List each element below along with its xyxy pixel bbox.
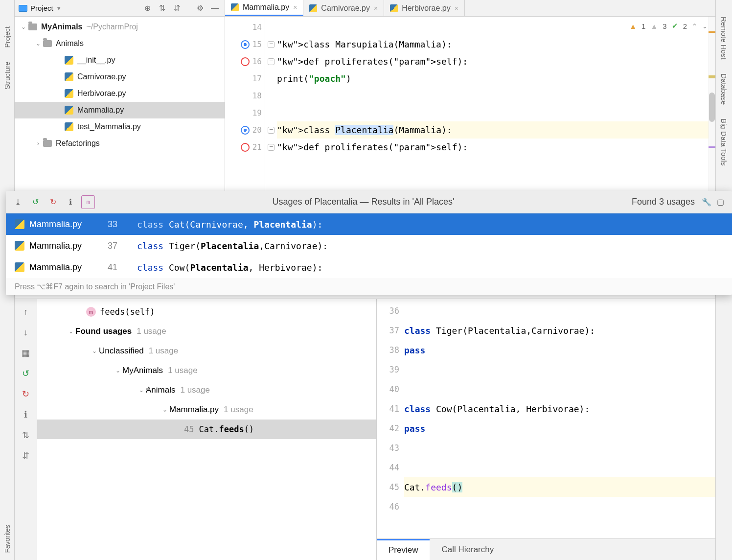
warning-icon[interactable]: ▲ xyxy=(629,22,637,30)
expand-all-icon[interactable]: ⇅ xyxy=(156,2,168,14)
fold-toggle[interactable] xyxy=(268,41,274,48)
tool-favorites[interactable]: Favorites xyxy=(3,525,11,553)
info-icon[interactable]: ℹ xyxy=(64,195,77,209)
override-indicator-icon[interactable] xyxy=(241,143,250,152)
prev-result-icon[interactable]: ↺ xyxy=(19,367,33,380)
tab-herbivorae[interactable]: Herbivorae.py × xyxy=(384,0,465,16)
chevron-right-icon[interactable]: › xyxy=(34,140,42,147)
chevron-down-icon[interactable]: ⌄ xyxy=(160,406,169,413)
chevron-down-icon[interactable]: ⌄ xyxy=(34,40,42,47)
code-line[interactable]: "kw">def proliferates("param">self): xyxy=(277,53,715,70)
minimize-icon[interactable]: — xyxy=(209,2,221,14)
tree-file-selected[interactable]: Mammalia.py xyxy=(15,102,225,118)
next-result-icon[interactable]: ↻ xyxy=(19,387,33,401)
editor-body[interactable]: 1415161718192021 "kw">class Marsupialia(… xyxy=(225,17,715,191)
tool-project[interactable]: Project xyxy=(3,26,11,48)
fold-toggle[interactable] xyxy=(268,58,274,65)
tree-leaf-selected[interactable]: 45 Cat.feeds() xyxy=(37,420,376,439)
method-filter-icon[interactable]: m xyxy=(81,195,95,209)
collapse-icon[interactable]: ⇵ xyxy=(19,449,33,463)
tab-carnivorae[interactable]: Carnivorae.py × xyxy=(303,0,384,16)
tree-heading[interactable]: ⌄ Found usages 1 usage xyxy=(37,322,376,341)
code-line[interactable] xyxy=(404,301,715,321)
arrow-down-icon[interactable]: ↓ xyxy=(19,326,33,339)
code-line[interactable] xyxy=(404,438,715,458)
close-icon[interactable]: × xyxy=(374,4,378,12)
inspection-badges[interactable]: ▲1 ▲3 ✔2 ⌃ ⌄ xyxy=(629,22,708,30)
close-icon[interactable]: × xyxy=(455,4,458,12)
tab-call-hierarchy[interactable]: Call Hierarchy xyxy=(430,539,505,560)
usage-row[interactable]: Mammalia.py 37 class Tiger(Placentalia,C… xyxy=(6,235,732,257)
nav-up-icon[interactable]: ⌃ xyxy=(692,23,697,30)
nav-down-icon[interactable]: ⌄ xyxy=(702,23,708,30)
usage-row[interactable]: Mammalia.py 41 class Cow(Placentalia, He… xyxy=(6,257,732,278)
tab-preview[interactable]: Preview xyxy=(377,539,430,560)
tree-node[interactable]: ⌄Animals1 usage xyxy=(37,380,376,400)
tool-remote-host[interactable]: Remote Host xyxy=(720,17,728,60)
expand-icon[interactable]: ⇅ xyxy=(19,428,33,442)
code-line[interactable]: "kw">class Placentalia(Mammalia): xyxy=(277,121,715,139)
prev-occurrence-icon[interactable]: ↺ xyxy=(28,195,42,209)
code-line[interactable]: Cat.feeds() xyxy=(404,477,715,497)
chevron-down-icon[interactable]: ▼ xyxy=(56,5,62,11)
arrow-up-icon[interactable]: ↑ xyxy=(19,305,33,319)
tree-file[interactable]: Carnivorae.py xyxy=(15,69,225,85)
code-line[interactable]: "kw">def proliferates("param">self): xyxy=(277,139,715,156)
locate-icon[interactable]: ⊕ xyxy=(141,2,153,14)
tool-big-data[interactable]: Big Data Tools xyxy=(720,118,728,165)
fold-toggle[interactable] xyxy=(268,144,274,151)
group-icon[interactable]: ▦ xyxy=(19,346,33,360)
chevron-down-icon[interactable]: ⌄ xyxy=(67,328,75,335)
tree-node[interactable]: ⌄Mammalia.py1 usage xyxy=(37,400,376,420)
weak-warning-icon[interactable]: ▲ xyxy=(650,22,658,30)
tree-folder-refactorings[interactable]: › Refactorings xyxy=(15,135,225,152)
override-indicator-icon[interactable] xyxy=(241,126,250,135)
code-line[interactable] xyxy=(277,104,715,121)
scrollbar-mark[interactable] xyxy=(709,75,715,78)
tool-structure[interactable]: Structure xyxy=(3,62,11,90)
code-line[interactable]: class Cow(Placentalia, Herbivorae): xyxy=(404,399,715,419)
scrollbar-thumb[interactable] xyxy=(709,93,715,122)
code-line[interactable]: pass xyxy=(404,340,715,360)
code-line[interactable]: "kw">class Marsupialia(Mammalia): xyxy=(277,36,715,53)
tree-file[interactable]: test_Mammalia.py xyxy=(15,118,225,135)
chevron-down-icon[interactable]: ⌄ xyxy=(20,23,27,30)
tree-method[interactable]: m feeds(self) xyxy=(37,302,376,322)
next-occurrence-icon[interactable]: ↻ xyxy=(46,195,60,209)
code-line[interactable]: pass xyxy=(404,419,715,438)
code-line[interactable] xyxy=(277,87,715,104)
tab-mammalia[interactable]: Mammalia.py × xyxy=(225,0,303,16)
tree-file[interactable]: __init__.py xyxy=(15,52,225,69)
code-column[interactable]: "kw">class Marsupialia(Mammalia): "kw">d… xyxy=(277,17,715,191)
ok-icon[interactable]: ✔ xyxy=(672,22,678,30)
code-line[interactable] xyxy=(404,360,715,379)
preview-code-column[interactable]: class Tiger(Placentalia,Carnivorae): pas… xyxy=(404,299,715,538)
gear-icon[interactable]: ⚙ xyxy=(194,2,206,14)
chevron-down-icon[interactable]: ⌄ xyxy=(137,387,146,394)
override-indicator-icon[interactable] xyxy=(241,40,250,49)
preview-code[interactable]: 3637383940414243444546 class Tiger(Place… xyxy=(377,299,715,538)
code-line[interactable] xyxy=(404,497,715,516)
override-indicator-icon[interactable] xyxy=(241,57,250,66)
fold-toggle[interactable] xyxy=(268,127,274,134)
collapse-all-icon[interactable]: ⇵ xyxy=(171,2,183,14)
tree-folder-animals[interactable]: ⌄ Animals xyxy=(15,35,225,52)
close-icon[interactable]: × xyxy=(293,3,297,11)
settings-icon[interactable]: 🔧 xyxy=(700,195,713,209)
info-icon[interactable]: ℹ xyxy=(19,408,33,421)
code-line[interactable] xyxy=(404,379,715,399)
scrollbar-mark[interactable] xyxy=(709,146,715,148)
scrollbar-mark[interactable] xyxy=(709,31,715,33)
pin-icon[interactable]: ▢ xyxy=(713,195,727,209)
code-line[interactable]: print("poach") xyxy=(277,70,715,87)
tree-root[interactable]: ⌄ MyAnimals ~/PycharmProj xyxy=(15,19,225,35)
usage-row[interactable]: Mammalia.py 33 class Cat(Carnivorae, Pla… xyxy=(6,213,732,235)
code-line[interactable] xyxy=(404,458,715,477)
project-title[interactable]: Project xyxy=(30,4,53,12)
open-tool-window-icon[interactable]: ⤓ xyxy=(11,195,24,209)
chevron-down-icon[interactable]: ⌄ xyxy=(114,367,122,374)
tree-node[interactable]: ⌄Unclassified1 usage xyxy=(37,341,376,361)
chevron-down-icon[interactable]: ⌄ xyxy=(90,348,99,354)
editor-scrollbar[interactable] xyxy=(709,17,715,191)
code-line[interactable]: class Tiger(Placentalia,Carnivorae): xyxy=(404,321,715,340)
